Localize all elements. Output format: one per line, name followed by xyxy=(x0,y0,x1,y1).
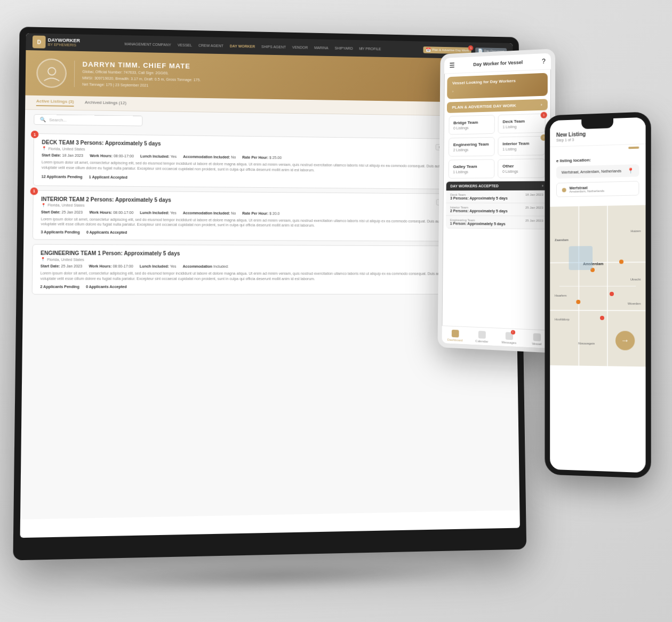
plan-advertise-section[interactable]: PLAN & ADVERTISE DAY WORK › xyxy=(447,99,548,113)
interior-team-title: Interior Team xyxy=(502,141,540,146)
galley-team-title: Galley Team xyxy=(453,164,490,169)
tablet-help-icon[interactable]: ? xyxy=(542,58,546,65)
nav-crew-agent[interactable]: CREW AGENT xyxy=(198,43,223,47)
phone-inner: New Listing Step 1 of 3 e listing locati… xyxy=(550,117,645,473)
listing-card-3: ENGINEERING TEAM 1 Person: Approximately… xyxy=(32,244,508,294)
map-label-nieuwegein: Nieuwegein xyxy=(578,342,595,345)
engineering-team-title: Engineering Team xyxy=(453,142,490,147)
logo-icon: D xyxy=(33,35,46,48)
galley-team-count: 1 Listings xyxy=(453,170,490,174)
start-date-1: Start Date: 18 Jan 2023 xyxy=(42,153,83,157)
nav-vendor[interactable]: VENDOR xyxy=(292,45,308,49)
team-card-engineering[interactable]: Engineering Team 2 Listings xyxy=(449,137,495,157)
work-hours-1: Work Hours: 08:00-17:00 xyxy=(90,154,134,158)
profile-divider xyxy=(74,60,75,87)
nav-shipyard[interactable]: SHIPYARD xyxy=(334,46,353,50)
accepted-item-2[interactable]: Interior Team 25 Jan 2023 2 Persons: App… xyxy=(446,203,547,217)
engineering-team-count: 2 Listings xyxy=(453,148,490,152)
app-logo: D DAYWORKER BY EPHEMERIS xyxy=(33,35,80,49)
phone-next-btn[interactable]: → xyxy=(615,331,635,350)
tablet-bottom-nav: Dashboard Calendar ! Messages Vessel xyxy=(442,325,550,348)
map-label-woerden: Woerden xyxy=(628,302,641,305)
map-label-haarlem: Haarlem xyxy=(555,294,566,297)
team-card-other[interactable]: Other 0 Listings xyxy=(498,158,545,178)
team-card-deck[interactable]: 1 Deck Team 1 Listing xyxy=(498,114,546,134)
deck-team-title: Deck Team xyxy=(503,118,541,124)
map-label-hoofddorp: Hoofddorp xyxy=(555,318,570,321)
logo-text: DAYWORKER BY EPHEMERIS xyxy=(48,38,81,47)
tnav-dashboard[interactable]: Dashboard xyxy=(442,329,468,342)
tab-archived-listings[interactable]: Archived Listings (12) xyxy=(85,100,126,107)
listing-location-3: 📍 Florida, United States xyxy=(41,257,500,262)
tnav-messages[interactable]: ! Messages xyxy=(495,331,523,345)
listing-body-3: Lorem ipsum dolor sit amet, consectetur … xyxy=(40,271,500,282)
start-date-3: Start Date: 25 Jan 2023 xyxy=(41,264,82,268)
location-city: Amsterdam, Netherlands xyxy=(570,189,605,193)
lunch-3: Lunch Included: Yes xyxy=(140,265,177,268)
location-dot xyxy=(562,188,566,192)
nav-my-profile[interactable]: MY PROFILE xyxy=(359,46,381,51)
pending-2: 3 Applicants Pending xyxy=(41,230,79,234)
rate-1: Rate Per Hour: $ 25.00 xyxy=(242,155,282,160)
accepted-3: 0 Applicants Accepted xyxy=(86,285,127,289)
nav-management[interactable]: MANAGEMENT COMPANY xyxy=(124,42,171,46)
accepted-item-3[interactable]: Engineering Team 25 Jan 2023 1 Person: A… xyxy=(446,216,548,229)
location-pin-icon-2: 📍 xyxy=(41,203,46,207)
accommodation-1: Accommodation Included: No xyxy=(183,155,236,159)
lunch-2: Lunch Included: Yes xyxy=(140,211,176,214)
dashboard-icon xyxy=(451,330,459,338)
applicant-info-1: 12 Applicants Pending 1 Applicant Accept… xyxy=(42,174,127,179)
search-icon: 🔍 xyxy=(40,117,46,122)
search-row: 🔍 Search... Add Day Work Listing xyxy=(34,114,506,135)
accepted-2: 0 Applicants Accepted xyxy=(86,230,127,234)
tablet-header: ☰ Day Worker for Vessel ? xyxy=(444,53,551,74)
phone-form-label: e listing location: xyxy=(556,156,639,163)
listing-badge-1: 1 xyxy=(31,131,39,138)
accepted-item-1[interactable]: Deck Team 18 Jan 2023 3 Persons: Approxi… xyxy=(446,190,547,203)
listing-footer-2: 3 Applicants Pending 0 Applicants Accept… xyxy=(41,230,500,236)
search-input[interactable]: Search... xyxy=(49,117,67,122)
tnav-calendar[interactable]: Calendar xyxy=(468,330,495,344)
nav-vessel[interactable]: VESSEL xyxy=(178,43,192,46)
accepted-role-2: 2 Persons: Approximately 5 days xyxy=(450,209,543,213)
listing-card-2: 1 INTERIOR TEAM 2 Persons: Approximately… xyxy=(33,190,508,242)
tablet-inner: ☰ Day Worker for Vessel ? Vessel Looking… xyxy=(442,53,551,349)
listing-details-2: Start Date: 25 Jan 2023 Work Hours: 08:0… xyxy=(41,210,500,217)
tablet-frame: ☰ Day Worker for Vessel ? Vessel Looking… xyxy=(437,49,555,353)
other-team-title: Other xyxy=(502,163,540,169)
phone-address-input[interactable]: Werfstraat, Amsterdam, Netherlands 📍 xyxy=(556,164,639,179)
tablet-vessel-banner[interactable]: Vessel Looking for Day Workers › xyxy=(447,73,548,99)
listing-card-1: 1 DECK TEAM 3 Persons: Approximately 5 d… xyxy=(33,133,507,189)
interior-team-count: 1 Listing xyxy=(502,147,540,151)
location-pin-icon: 📍 xyxy=(42,146,46,150)
map-label-zaandam: Zaandam xyxy=(555,238,569,242)
team-card-galley[interactable]: Galley Team 1 Listings xyxy=(449,159,495,178)
team-card-interior[interactable]: ! Interior Team 1 Listing xyxy=(498,136,545,156)
rate-2: Rate Per Hour: $ 20.0 xyxy=(242,211,279,215)
accepted-section: DAY WORKERS ACCEPTED › Deck Team 18 Jan … xyxy=(446,181,548,230)
nav-marina[interactable]: MARINA xyxy=(314,45,329,49)
listing-body-1: Lorem ipsum dolor sit amet, consectetur … xyxy=(42,160,499,174)
nav-day-worker[interactable]: DAY WORKER xyxy=(230,44,255,48)
team-card-bridge[interactable]: Bridge Team 0 Listings xyxy=(449,115,494,134)
bridge-team-title: Bridge Team xyxy=(453,119,490,125)
bridge-team-count: 0 Listings xyxy=(453,125,490,130)
accepted-header: DAY WORKERS ACCEPTED › xyxy=(446,181,548,191)
lunch-1: Lunch Included: Yes xyxy=(140,154,177,158)
nav-ships-agent[interactable]: SHIPS AGENT xyxy=(261,45,286,49)
chevron-right-icon-3: › xyxy=(542,184,543,188)
applicant-info-3: 2 Applicants Pending 0 Applicants Accept… xyxy=(40,285,126,289)
location-input-icon: 📍 xyxy=(627,168,634,173)
phone-notch xyxy=(581,118,613,129)
phone-location-result[interactable]: Werfstraat Amsterdam, Netherlands xyxy=(556,181,639,197)
location-pin-icon-3: 📍 xyxy=(41,257,45,261)
chevron-right-icon: › xyxy=(452,89,454,94)
accepted-role-3: 1 Person: Approximately 5 days xyxy=(450,221,543,226)
hamburger-icon[interactable]: ☰ xyxy=(449,62,455,69)
listing-details-3: Start Date: 25 Jan 2023 Work Hours: 08:0… xyxy=(41,264,500,269)
profile-details-3: Net Tonnage: 175 | 23 September 2021 xyxy=(82,82,201,89)
tab-active-listings[interactable]: Active Listings (3) xyxy=(36,99,74,107)
profile-avatar xyxy=(36,58,67,88)
pending-3: 2 Applicants Pending xyxy=(40,285,79,289)
chevron-right-icon-2: › xyxy=(541,102,542,107)
